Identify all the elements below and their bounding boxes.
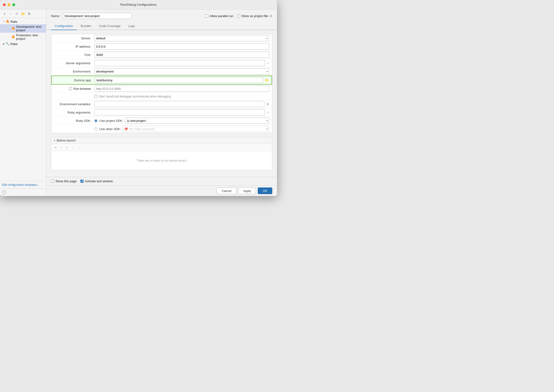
environment-select[interactable]: development production test — [94, 68, 269, 74]
ruby-sdk-project-row: Ruby SDK: Use project SDK: 🗂 test-projec… — [51, 117, 272, 125]
expand-rails-icon: ▾ — [2, 20, 6, 23]
tree-group-rails[interactable]: ▾ 🔥 Rails — [0, 19, 46, 24]
server-arguments-input[interactable] — [94, 60, 265, 66]
apply-button[interactable]: Apply — [238, 188, 256, 194]
tab-code-coverage[interactable]: Code Coverage — [95, 22, 124, 30]
prod-config-icon: 🔥 — [11, 35, 15, 39]
before-launch-remove-button[interactable]: − — [59, 145, 64, 150]
other-sdk-select[interactable]: ❤️ [No SDK selected] — [123, 126, 269, 132]
other-sdk-select-wrapper: ❤️ [No SDK selected] ▾ — [123, 126, 269, 132]
store-as-project-group: Store as project file ⚙ — [237, 14, 272, 18]
server-label: Server: — [54, 36, 94, 40]
environment-variables-input[interactable] — [94, 101, 264, 107]
store-as-project-label: Store as project file — [242, 14, 268, 18]
before-launch-down-button[interactable]: ↓ — [76, 145, 81, 150]
name-options: Allow parallel run Store as project file… — [205, 14, 272, 18]
add-config-button[interactable]: + — [2, 11, 7, 16]
store-as-project-checkbox[interactable] — [237, 14, 240, 18]
help-button[interactable]: ? — [2, 190, 6, 195]
activate-tool-window-checkbox[interactable] — [80, 180, 84, 183]
rails-group-label: Rails — [10, 20, 17, 23]
rake-group-icon: 🔧 — [6, 42, 9, 46]
js-debugger-checkbox[interactable] — [94, 95, 98, 98]
sidebar-bottom: Edit configuration templates... ? — [0, 181, 46, 196]
project-sdk-select[interactable]: 🗂 test-project — [125, 118, 269, 124]
dev-config-spacer — [7, 27, 11, 30]
run-browser-control — [94, 85, 269, 92]
tab-logs[interactable]: Logs — [124, 22, 139, 30]
run-browser-label-area: Run browser — [54, 87, 94, 91]
before-launch-up-button[interactable]: ↑ — [70, 145, 75, 150]
project-sdk-select-wrapper: 🗂 test-project ▾ — [125, 118, 269, 124]
sidebar-toolbar: + − ⧉ 📁 ⇅ — [0, 9, 46, 18]
ruby-sdk-other-row: Use other SDK: ❤️ [No SDK selected] ▾ — [51, 125, 272, 133]
before-launch-header: ▾ Before launch — [51, 137, 272, 144]
dummy-app-input[interactable] — [95, 77, 263, 83]
ip-address-input[interactable] — [94, 43, 269, 49]
allow-parallel-checkbox[interactable] — [205, 14, 208, 18]
before-launch-toggle-icon[interactable]: ▾ — [54, 139, 55, 142]
dev-config-label: Development: test-project — [16, 25, 44, 32]
environment-variables-icon[interactable]: ☰ — [266, 102, 269, 106]
config-tree: ▾ 🔥 Rails 🔥 Development: test-project 🔥 … — [0, 18, 46, 181]
action-bar: Cancel Apply OK — [46, 185, 277, 196]
before-launch-section: ▾ Before launch + − ✏ ↑ ↓ There are no t… — [51, 137, 272, 170]
store-as-project-gear-icon[interactable]: ⚙ — [270, 14, 272, 18]
maximize-button[interactable] — [12, 3, 15, 6]
sidebar-item-dev-config[interactable]: 🔥 Development: test-project — [0, 24, 46, 33]
tab-bundler[interactable]: Bundler — [77, 22, 95, 30]
close-button[interactable] — [3, 3, 6, 6]
show-page-checkbox[interactable] — [51, 180, 54, 183]
environment-row: Environment: development production test… — [51, 67, 272, 76]
dummy-app-folder-icon[interactable]: 📁 — [265, 78, 269, 82]
environment-control: development production test ▾ — [94, 68, 269, 74]
name-label: Name: — [51, 14, 60, 18]
expand-rake-icon: ▶ — [2, 42, 6, 46]
sort-config-button[interactable]: ⇅ — [27, 11, 32, 16]
tree-group-rake[interactable]: ▶ 🔧 Rake — [0, 41, 46, 46]
remove-config-button[interactable]: − — [8, 11, 13, 16]
ruby-arguments-control: ⤢ — [94, 109, 269, 115]
edit-templates-link[interactable]: Edit configuration templates... — [2, 183, 39, 187]
sidebar-item-prod-config[interactable]: 🔥 Production: test-project — [0, 33, 46, 41]
tabs-bar: Configuration Bundler Code Coverage Logs — [46, 22, 277, 30]
port-row: Port: — [51, 51, 272, 59]
window-title: Run/Debug Configurations — [120, 3, 156, 7]
name-input[interactable] — [63, 13, 132, 19]
rails-group-icon: 🔥 — [6, 20, 9, 23]
ip-address-row: IP address: — [51, 42, 272, 51]
title-bar: Run/Debug Configurations — [0, 0, 277, 9]
ip-address-label: IP address: — [54, 45, 94, 48]
server-select[interactable]: default custom — [94, 35, 269, 41]
main-layout: + − ⧉ 📁 ⇅ ▾ 🔥 Rails 🔥 Development: test-… — [0, 9, 277, 196]
server-arguments-control: ⤢ — [94, 60, 269, 66]
server-arguments-expand-icon[interactable]: ⤢ — [267, 62, 269, 65]
show-page-group: Show this page — [51, 179, 77, 183]
tab-configuration[interactable]: Configuration — [51, 22, 77, 30]
before-launch-add-button[interactable]: + — [53, 145, 58, 150]
allow-parallel-group: Allow parallel run — [205, 14, 233, 18]
allow-parallel-label: Allow parallel run — [210, 14, 233, 18]
port-label: Port: — [54, 53, 94, 57]
ruby-arguments-input[interactable] — [94, 109, 265, 115]
minimize-button[interactable] — [7, 3, 10, 6]
bottom-options: Show this page Activate tool window — [46, 177, 277, 185]
use-other-sdk-label: Use other SDK: — [99, 127, 121, 131]
ok-button[interactable]: OK — [258, 188, 272, 194]
ruby-arguments-expand-icon[interactable]: ⤢ — [267, 111, 269, 114]
run-browser-url-input[interactable] — [94, 85, 269, 92]
use-other-sdk-radio[interactable] — [94, 127, 98, 131]
prod-config-label: Production: test-project — [16, 33, 44, 41]
folder-config-button[interactable]: 📁 — [20, 11, 26, 16]
use-project-sdk-label: Use project SDK: — [99, 119, 123, 123]
before-launch-edit-button[interactable]: ✏ — [64, 145, 70, 150]
use-project-sdk-control: Use project SDK: 🗂 test-project ▾ — [94, 118, 269, 124]
run-browser-checkbox[interactable] — [69, 87, 72, 90]
use-project-sdk-radio[interactable] — [94, 119, 98, 122]
cancel-button[interactable]: Cancel — [217, 188, 236, 194]
port-input[interactable] — [94, 52, 269, 58]
window-controls — [3, 3, 15, 6]
ruby-sdk-label: Ruby SDK: — [54, 119, 94, 123]
copy-config-button[interactable]: ⧉ — [14, 11, 20, 16]
name-row: Name: Allow parallel run Store as projec… — [46, 9, 277, 22]
